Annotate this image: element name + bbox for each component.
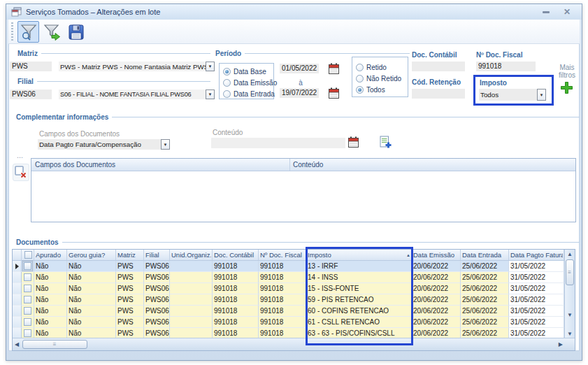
column-header-imposto[interactable]: Imposto▲ xyxy=(306,250,412,260)
periodo-radio-data-base[interactable]: Data Base xyxy=(223,66,273,77)
save-button[interactable] xyxy=(65,21,87,43)
add-filter-icon[interactable] xyxy=(560,81,573,94)
column-header-blank[interactable] xyxy=(22,250,34,260)
grid-header-conteudo[interactable]: Conteúdo xyxy=(290,159,575,171)
column-header-blank[interactable] xyxy=(13,250,22,260)
num-doc-fiscal-field[interactable]: 991018 xyxy=(476,62,536,71)
table-row[interactable]: NãoNãoPWSPWS0699101899101859 - PIS RETEN… xyxy=(13,294,575,306)
retencao-radio-retido[interactable]: Retido xyxy=(356,62,408,73)
row-checkbox[interactable] xyxy=(24,329,31,337)
vertical-scrollbar[interactable]: ▲ ≡ ▼ ▼ xyxy=(564,250,575,338)
table-cell: PWS06 xyxy=(144,317,170,328)
matriz-code-field[interactable]: PWS xyxy=(10,62,52,71)
row-checkbox[interactable] xyxy=(24,262,31,270)
scroll-left-icon[interactable]: ◀ xyxy=(15,341,19,349)
chevron-down-icon[interactable]: ▼ xyxy=(537,89,546,101)
row-checkbox[interactable] xyxy=(24,296,31,303)
form-icon xyxy=(11,7,22,17)
select-all-checkbox[interactable] xyxy=(24,251,32,259)
table-cell: Não xyxy=(67,272,116,283)
table-row[interactable]: NãoNãoPWSPWS0699101899101814 - INSS20/06… xyxy=(13,272,575,283)
column-header-apurado[interactable]: Apurado xyxy=(34,250,67,260)
table-cell xyxy=(170,317,213,328)
scroll-up-icon[interactable]: ▲ xyxy=(565,250,575,259)
row-checkbox[interactable] xyxy=(24,318,31,326)
retencao-radio-todos[interactable]: Todos xyxy=(356,84,408,95)
column-header-gerou-guia-[interactable]: Gerou guia? xyxy=(67,250,116,260)
table-row[interactable]: NãoNãoPWSPWS0699101899101813 - IRRF20/06… xyxy=(13,261,575,272)
date-from-field[interactable]: 01/05/2022 xyxy=(280,64,319,73)
scroll-down-icon[interactable]: ▼ xyxy=(565,311,575,320)
table-cell: Não xyxy=(67,306,116,317)
table-cell: 991018 xyxy=(213,272,259,283)
radio-icon[interactable] xyxy=(223,90,231,98)
table-row[interactable]: NãoNãoPWSPWS0699101899101861 - CSLL RETE… xyxy=(13,317,575,328)
calendar-icon[interactable] xyxy=(347,136,359,148)
calendar-icon[interactable] xyxy=(328,63,340,75)
filter-search-button[interactable] xyxy=(17,21,39,43)
apply-filter-icon xyxy=(43,23,62,41)
add-content-icon[interactable] xyxy=(379,136,392,149)
horizontal-scrollbar[interactable]: ◀ ≡ ▶ xyxy=(13,338,575,350)
radio-icon[interactable] xyxy=(356,86,364,94)
conteudo-field[interactable] xyxy=(211,138,345,148)
table-cell: PWS xyxy=(116,294,144,306)
matriz-combo[interactable]: PWS - Matriz PWS - Nome Fantasia Matriz … xyxy=(59,62,215,71)
apply-filter-button[interactable] xyxy=(41,21,63,43)
periodo-radio-data-emissão[interactable]: Data Emissão xyxy=(223,77,273,88)
retencao-radio-não-retido[interactable]: Não Retido xyxy=(356,73,408,84)
hscroll-thumb[interactable]: ≡ xyxy=(22,340,87,349)
table-cell: Não xyxy=(67,317,116,328)
row-checkbox[interactable] xyxy=(24,307,31,315)
filial-combo[interactable]: S06 - FILIAL - NOME FANTASIA FILIAL PWS0… xyxy=(59,90,215,99)
column-header-filial[interactable]: Filial xyxy=(144,250,170,260)
column-header-doc-cont-bil[interactable]: Doc. Contábil xyxy=(213,250,259,260)
remove-row-button[interactable] xyxy=(13,164,29,181)
row-checkbox[interactable] xyxy=(24,273,31,281)
table-cell xyxy=(170,261,213,272)
column-header-data-pagto-fatura[interactable]: Data Pagto Fatura xyxy=(509,250,564,260)
scroll-right-icon[interactable]: ▶ xyxy=(559,341,563,349)
doc-contabil-field[interactable] xyxy=(412,62,465,71)
column-header-unid-organiz-[interactable]: Unid.Organiz. xyxy=(170,250,213,260)
table-cell: PWS xyxy=(116,261,144,272)
column-header-n-doc-fiscal[interactable]: Nº Doc. Fiscal xyxy=(259,250,306,260)
table-cell xyxy=(170,294,213,306)
grid-header-campos[interactable]: Campos dos Documentos xyxy=(31,159,290,171)
table-cell: PWS xyxy=(116,317,144,328)
table-cell: 20/06/2022 xyxy=(412,283,461,294)
imposto-combo[interactable]: Todos ▼ xyxy=(479,89,546,101)
campos-documentos-combo[interactable]: Data Pagto Fatura/Compensação ▼ xyxy=(38,139,170,150)
table-cell: 31/05/2022 xyxy=(509,306,564,317)
radio-icon[interactable] xyxy=(223,79,231,87)
chevron-down-icon[interactable]: ▼ xyxy=(161,139,170,150)
radio-icon[interactable] xyxy=(223,68,231,76)
date-to-field[interactable]: 19/07/2022 xyxy=(280,88,319,98)
radio-icon[interactable] xyxy=(356,64,364,71)
row-indicator xyxy=(13,283,22,294)
column-header-data-entrada[interactable]: Data Entrada xyxy=(461,250,509,260)
mais-filtros-label: Mais filtros xyxy=(553,64,581,79)
radio-label: Data Entrada xyxy=(234,90,275,98)
vscroll-thumb[interactable]: ≡ xyxy=(566,259,574,285)
table-cell: 25/06/2022 xyxy=(461,261,509,272)
table-cell: PWS06 xyxy=(144,306,170,317)
periodo-radio-data-entrada[interactable]: Data Entrada xyxy=(223,88,273,99)
checkbox-cell xyxy=(22,272,34,283)
row-indicator xyxy=(13,272,22,283)
calendar-icon[interactable] xyxy=(328,87,340,99)
column-header-data-emiss-o[interactable]: Data Emissão xyxy=(412,250,461,260)
minimize-button[interactable] xyxy=(543,11,550,13)
chevron-down-icon[interactable]: ▼ xyxy=(206,62,215,71)
column-header-matriz[interactable]: Matriz xyxy=(116,250,144,260)
row-indicator xyxy=(13,306,22,317)
cod-retencao-field[interactable] xyxy=(412,89,465,99)
table-row[interactable]: NãoNãoPWSPWS0699101899101860 - COFINS RE… xyxy=(13,306,575,317)
chevron-down-icon[interactable]: ▼ xyxy=(206,90,215,99)
close-button[interactable]: ✕ xyxy=(564,8,571,15)
table-row[interactable]: NãoNãoPWSPWS0699101899101815 - ISS-FONTE… xyxy=(13,283,575,294)
filial-code-field[interactable]: PWS06 xyxy=(10,90,52,99)
radio-icon[interactable] xyxy=(356,75,364,83)
row-checkbox[interactable] xyxy=(24,285,31,292)
table-cell: PWS xyxy=(116,306,144,317)
